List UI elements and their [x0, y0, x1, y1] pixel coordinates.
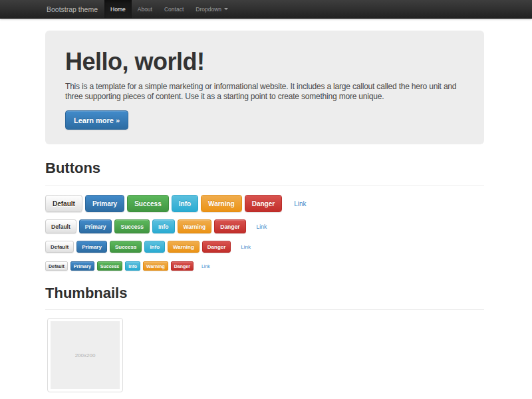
warning-button-xs[interactable]: Warning [143, 261, 168, 271]
buttons-heading: Buttons [45, 160, 484, 176]
nav-item-home[interactable]: Home [104, 0, 132, 18]
default-button-sm[interactable]: Default [45, 241, 74, 253]
default-button-xs[interactable]: Default [45, 261, 68, 271]
primary-button-md[interactable]: Primary [79, 219, 112, 233]
nav-item-dropdown[interactable]: Dropdown [190, 0, 234, 18]
thumbnail[interactable]: 200x200 [47, 318, 123, 392]
success-button-sm[interactable]: Success [110, 241, 142, 253]
thumbnails-heading: Thumbnails [45, 285, 484, 301]
danger-button-md[interactable]: Danger [214, 219, 245, 233]
main-content: Buttons DefaultPrimarySuccessInfoWarning… [45, 160, 484, 392]
navbar: Bootstrap theme Home About Contact Dropd… [0, 0, 532, 19]
button-row-xs: DefaultPrimarySuccessInfoWarningDangerLi… [45, 261, 484, 271]
thumbnails-section-header: Thumbnails [45, 285, 484, 310]
link-button-xs[interactable]: Link [198, 261, 213, 271]
info-button-sm[interactable]: Info [144, 241, 165, 253]
nav-item-about-label: About [138, 6, 152, 13]
hero-unit: Hello, world! This is a template for a s… [45, 31, 484, 144]
warning-button-sm[interactable]: Warning [168, 241, 200, 253]
link-button-sm[interactable]: Link [235, 241, 256, 253]
default-button-md[interactable]: Default [45, 219, 76, 233]
success-button-md[interactable]: Success [114, 219, 150, 233]
nav-item-home-label: Home [110, 6, 126, 13]
success-button-lg[interactable]: Success [127, 195, 169, 212]
warning-button-lg[interactable]: Warning [201, 195, 242, 212]
learn-more-button[interactable]: Learn more » [65, 110, 128, 130]
success-button-xs[interactable]: Success [97, 261, 122, 271]
link-button-lg[interactable]: Link [287, 195, 313, 212]
primary-button-lg[interactable]: Primary [85, 195, 124, 212]
buttons-section-header: Buttons [45, 160, 484, 186]
button-rows: DefaultPrimarySuccessInfoWarningDangerLi… [45, 195, 484, 271]
thumbnail-placeholder-image: 200x200 [51, 321, 120, 389]
navbar-brand[interactable]: Bootstrap theme [47, 0, 98, 18]
thumbnail-placeholder-label: 200x200 [75, 352, 96, 358]
info-button-md[interactable]: Info [152, 219, 175, 233]
warning-button-md[interactable]: Warning [178, 219, 212, 233]
hero-title: Hello, world! [65, 48, 464, 76]
danger-button-xs[interactable]: Danger [171, 261, 194, 271]
default-button-lg[interactable]: Default [45, 195, 82, 212]
nav-item-about[interactable]: About [132, 0, 158, 18]
nav-item-contact-label: Contact [164, 6, 184, 13]
nav-item-contact[interactable]: Contact [158, 0, 190, 18]
button-row-sm: DefaultPrimarySuccessInfoWarningDangerLi… [45, 241, 484, 253]
danger-button-lg[interactable]: Danger [245, 195, 282, 212]
danger-button-sm[interactable]: Danger [202, 241, 231, 253]
hero-text: This is a template for a simple marketin… [65, 82, 464, 102]
primary-button-xs[interactable]: Primary [70, 261, 94, 271]
button-row-lg: DefaultPrimarySuccessInfoWarningDangerLi… [45, 195, 484, 212]
caret-down-icon [224, 8, 228, 10]
button-row-md: DefaultPrimarySuccessInfoWarningDangerLi… [45, 219, 484, 233]
info-button-lg[interactable]: Info [172, 195, 198, 212]
primary-button-sm[interactable]: Primary [76, 241, 107, 253]
link-button-md[interactable]: Link [251, 219, 273, 233]
nav-item-dropdown-label: Dropdown [196, 6, 221, 13]
info-button-xs[interactable]: Info [125, 261, 140, 271]
